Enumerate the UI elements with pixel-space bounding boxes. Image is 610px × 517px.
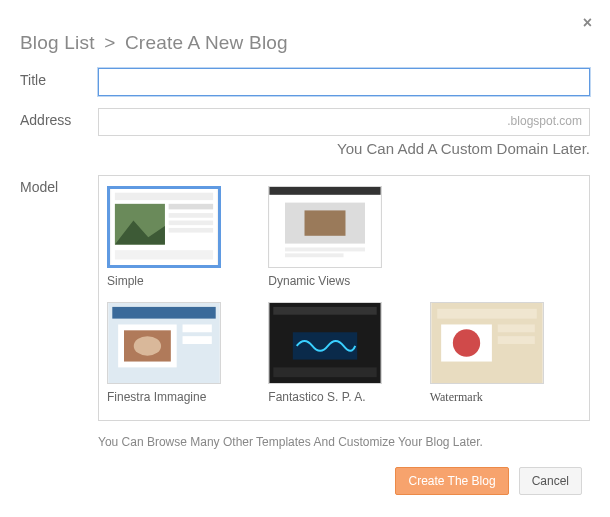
template-thumb-finestra [107,302,221,384]
svg-rect-13 [285,247,365,251]
template-label: Simple [107,274,258,288]
breadcrumb-part-current: Create A New Blog [125,32,288,53]
svg-rect-5 [169,213,213,218]
svg-rect-16 [112,307,215,319]
svg-rect-1 [115,193,213,200]
svg-rect-21 [183,336,212,344]
template-thumb-simple [107,186,221,268]
svg-rect-20 [183,324,212,332]
template-thumb-watermark [430,302,544,384]
svg-rect-10 [270,187,381,195]
button-bar: Create The Blog Cancel [395,467,582,495]
template-thumb-fantastico [268,302,382,384]
template-finestra-immagine[interactable]: Finestra Immagine [107,302,258,413]
template-fantastico[interactable]: Fantastico S. P. A. [268,302,419,413]
templates-help-text: You Can Browse Many Other Templates And … [98,435,590,449]
svg-rect-24 [293,332,357,359]
template-label: Dynamic Views [268,274,419,288]
template-thumb-dynamic [268,186,382,268]
breadcrumb-part-list[interactable]: Blog List [20,32,95,53]
template-simple[interactable]: Simple [107,186,258,296]
title-input[interactable] [98,68,590,96]
close-icon[interactable]: × [583,14,592,32]
template-label: Watermark [430,390,581,405]
svg-point-19 [134,336,161,356]
address-suffix: .blogspot.com [507,114,582,128]
svg-rect-14 [285,253,344,257]
svg-rect-12 [305,210,346,235]
svg-rect-25 [274,367,377,377]
svg-rect-7 [169,228,213,233]
address-label: Address [20,108,98,128]
create-blog-modal: × Blog List > Create A New Blog Title Ad… [0,0,610,517]
template-label: Finestra Immagine [107,390,258,404]
model-label: Model [20,175,98,421]
svg-rect-8 [115,250,213,259]
breadcrumb-separator: > [104,32,115,53]
template-dynamic-views[interactable]: Dynamic Views [268,186,419,296]
svg-rect-6 [169,221,213,226]
create-blog-button[interactable]: Create The Blog [395,467,508,495]
svg-rect-30 [497,324,534,332]
svg-rect-31 [497,336,534,344]
svg-point-29 [453,329,480,356]
breadcrumb: Blog List > Create A New Blog [20,32,590,54]
template-watermark[interactable]: Watermark [430,302,581,413]
title-label: Title [20,68,98,88]
svg-rect-4 [169,204,213,210]
svg-rect-27 [437,309,537,319]
template-label: Fantastico S. P. A. [268,390,419,404]
templates-box: Simple [98,175,590,421]
svg-rect-23 [274,307,377,315]
cancel-button[interactable]: Cancel [519,467,582,495]
address-help-text: You Can Add A Custom Domain Later. [98,140,590,157]
